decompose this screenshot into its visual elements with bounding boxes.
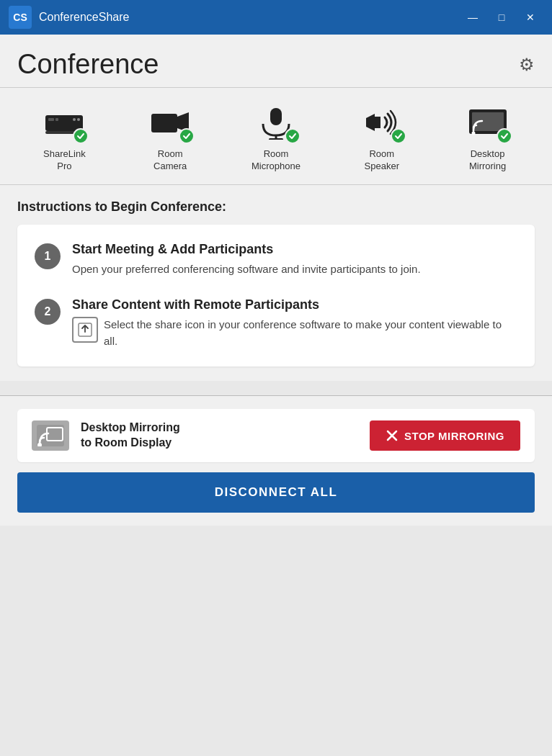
device-icon-camera <box>144 101 196 144</box>
svg-rect-10 <box>269 138 283 140</box>
step-two-inner: Select the share icon in your conference… <box>72 317 517 349</box>
close-button[interactable]: ✕ <box>517 7 543 27</box>
disconnect-all-button[interactable]: DISCONNECT ALL <box>17 472 535 513</box>
minimize-button[interactable]: — <box>460 7 486 27</box>
devices-section: ShareLinkPro RoomCamera <box>0 88 552 184</box>
svg-rect-6 <box>151 114 177 132</box>
svg-rect-12 <box>375 117 380 128</box>
settings-icon[interactable]: ⚙ <box>519 55 535 75</box>
check-badge-speaker <box>391 128 406 144</box>
check-badge-microphone <box>285 128 301 144</box>
share-icon <box>72 317 98 343</box>
stop-mirroring-label: STOP MIRRORING <box>404 430 504 442</box>
svg-marker-11 <box>366 114 375 131</box>
step-desc-2: Select the share icon in your conference… <box>104 317 517 349</box>
check-badge-mirroring <box>497 128 512 144</box>
device-label-sharelink: ShareLinkPro <box>43 148 86 173</box>
mirroring-label: Desktop Mirroringto Room Display <box>81 420 180 451</box>
device-room-microphone: RoomMicrophone <box>229 101 323 173</box>
device-room-speaker: RoomSpeaker <box>335 101 429 173</box>
instruction-step-1: 1 Start Meeting & Add Participants Open … <box>35 242 517 278</box>
app-title: ConferenceShare <box>39 11 460 24</box>
instructions-title: Instructions to Begin Conference: <box>17 199 535 215</box>
svg-rect-2 <box>55 118 58 121</box>
mirroring-left: Desktop Mirroringto Room Display <box>32 420 180 451</box>
instructions-card: 1 Start Meeting & Add Participants Open … <box>17 225 535 367</box>
instructions-section: Instructions to Begin Conference: 1 Star… <box>0 185 552 382</box>
device-icon-sharelink <box>38 101 90 144</box>
step-desc-1: Open your preferred conferencing softwar… <box>72 261 517 278</box>
step-title-2: Share Content with Remote Participants <box>72 297 517 312</box>
app-logo: CS <box>9 6 32 29</box>
step-content-1: Start Meeting & Add Participants Open yo… <box>72 242 517 278</box>
check-badge-camera <box>179 128 195 144</box>
cast-icon-wrap <box>32 420 69 451</box>
check-badge-sharelink <box>73 128 89 144</box>
header-section: Conference ⚙ <box>0 35 552 87</box>
page-title: Conference <box>17 49 159 80</box>
step-content-2: Share Content with Remote Participants S… <box>72 297 517 349</box>
device-label-speaker: RoomSpeaker <box>365 148 399 173</box>
device-room-camera: RoomCamera <box>123 101 217 173</box>
maximize-button[interactable]: □ <box>489 7 515 27</box>
instruction-step-2: 2 Share Content with Remote Participants… <box>35 297 517 349</box>
step-title-1: Start Meeting & Add Participants <box>72 242 517 257</box>
mirroring-bar: Desktop Mirroringto Room Display STOP MI… <box>17 409 535 462</box>
svg-point-15 <box>471 132 475 135</box>
svg-rect-8 <box>270 108 282 125</box>
step-number-2: 2 <box>35 299 61 325</box>
device-desktop-mirroring: DesktopMirroring <box>441 101 535 173</box>
bottom-section: Desktop Mirroringto Room Display STOP MI… <box>0 396 552 526</box>
window-controls: — □ ✕ <box>460 7 543 27</box>
stop-mirroring-button[interactable]: STOP MIRRORING <box>370 420 520 451</box>
device-label-microphone: RoomMicrophone <box>251 148 301 173</box>
device-icon-microphone <box>250 101 302 144</box>
device-icon-mirroring <box>462 101 514 144</box>
device-label-mirroring: DesktopMirroring <box>469 148 506 173</box>
device-label-camera: RoomCamera <box>153 148 187 173</box>
title-bar: CS ConferenceShare — □ ✕ <box>0 0 552 35</box>
svg-rect-1 <box>48 118 54 121</box>
svg-point-4 <box>77 118 80 121</box>
main-content: Conference ⚙ ShareLinkPro <box>0 35 552 381</box>
svg-point-3 <box>73 118 76 121</box>
device-sharelink-pro: ShareLinkPro <box>17 101 111 173</box>
step-number-1: 1 <box>35 243 61 269</box>
device-icon-speaker <box>356 101 408 144</box>
